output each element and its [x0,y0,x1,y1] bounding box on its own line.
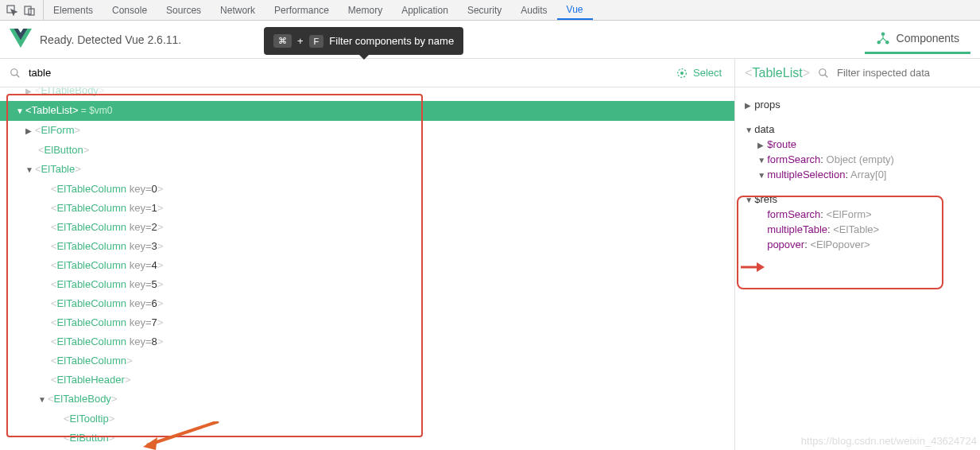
tab-console[interactable]: Console [103,0,157,20]
vue-ready-text: Ready. Detected Vue 2.6.11. [40,33,181,46]
tree-row[interactable]: <ElTableColumn key=4> [0,256,734,275]
tree-row[interactable]: ▼<ElTable> [0,160,734,180]
props-section[interactable]: ▶props [745,97,970,112]
filter-input[interactable] [29,67,668,79]
tree-row[interactable]: <ElTooltip> [0,409,734,429]
tree-row[interactable]: ▼<ElTableBody> [0,390,734,409]
data-formsearch[interactable]: ▼formSearch: Object (empty) [745,152,970,167]
tree-row[interactable]: <ElTableColumn key=7> [0,313,734,332]
tree-row[interactable]: <ElTableColumn key=3> [0,237,734,256]
select-label: Select [693,67,722,79]
kbd-cmd: ⌘ [273,34,292,48]
inspect-icons [6,0,44,20]
vue-logo-icon [10,27,32,52]
filter-tooltip: ⌘ + F Filter components by name [264,27,463,55]
kbd-plus: + [297,35,304,47]
data-route[interactable]: ▶$route [745,137,970,152]
tab-network[interactable]: Network [211,0,265,20]
right-panel: <TableList> ▶props ▼data ▶$route ▼formSe… [735,59,980,450]
device-icon[interactable] [24,5,35,16]
tab-application[interactable]: Application [392,0,458,20]
svg-rect-1 [25,6,31,14]
annotation-arrow-right [741,262,765,272]
search-icon [10,68,21,79]
tab-elements[interactable]: Elements [44,0,103,20]
filter-inspected-input[interactable] [837,67,970,79]
devtools-top-tabs: Elements Console Sources Network Perform… [0,0,980,21]
tree-row[interactable]: <ElTableColumn> [0,351,734,370]
watermark: https://blog.csdn.net/weixin_43624724 [801,435,977,447]
left-panel: Select ▶<ElTableBody> ▼<TableList> = $vm… [0,59,735,450]
main-area: Select ▶<ElTableBody> ▼<TableList> = $vm… [0,59,980,450]
tree-row[interactable]: <ElTableColumn key=5> [0,275,734,294]
kbd-f: F [309,35,324,48]
tab-performance[interactable]: Performance [265,0,339,20]
tooltip-text: Filter components by name [329,35,454,47]
tree-row[interactable]: <ElTableColumn key=8> [0,332,734,351]
svg-point-8 [681,72,684,74]
tree-row[interactable]: <ElButton> [0,141,734,160]
tab-memory[interactable]: Memory [339,0,392,20]
inspector: ▶props ▼data ▶$route ▼formSearch: Object… [735,87,980,257]
tab-sources[interactable]: Sources [157,0,211,20]
component-tree: ▶<ElTableBody> ▼<TableList> = $vm0 ▶<ElF… [0,87,734,450]
data-section[interactable]: ▼data [745,122,970,137]
components-tab[interactable]: Components [865,25,970,54]
inspect-element-icon[interactable] [6,5,17,16]
tree-row[interactable]: <ElTableColumn key=0> [0,180,734,199]
vue-header: Ready. Detected Vue 2.6.11. ⌘ + F Filter… [0,21,980,59]
refs-section[interactable]: ▼$refs [745,192,970,207]
data-multipleselection[interactable]: ▼multipleSelection: Array[0] [745,167,970,182]
tree-row[interactable]: ▶<ElForm> [0,121,734,141]
filter-bar: Select [0,59,734,87]
components-icon [876,31,890,45]
select-button[interactable]: Select [676,67,725,80]
svg-point-9 [819,68,826,75]
tree-row[interactable]: <ElTableColumn key=2> [0,218,734,237]
tree-row[interactable]: <ElTableHeader> [0,370,734,390]
ref-multipletable[interactable]: multipleTable: <ElTable> [745,222,970,237]
components-label: Components [897,32,959,45]
tree-row[interactable]: <ElButton> [0,429,734,448]
tab-security[interactable]: Security [458,0,511,20]
ref-formsearch[interactable]: formSearch: <ElForm> [745,207,970,222]
search-icon [818,68,829,79]
svg-point-6 [11,68,17,75]
ref-popover[interactable]: popover: <ElPopover> [745,237,970,252]
tab-audits[interactable]: Audits [511,0,556,20]
right-header: <TableList> [735,59,980,87]
inspected-component-name: <TableList> [745,65,810,80]
tree-row[interactable]: ▶<ElTableBody> [0,87,734,101]
tab-vue[interactable]: Vue [557,0,593,20]
tree-row[interactable]: <ElTableColumn key=6> [0,294,734,313]
svg-point-3 [881,33,885,37]
target-icon [676,67,688,80]
tree-row[interactable]: <ElTableColumn key=1> [0,199,734,218]
tree-row-selected[interactable]: ▼<TableList> = $vm0 [0,101,734,121]
